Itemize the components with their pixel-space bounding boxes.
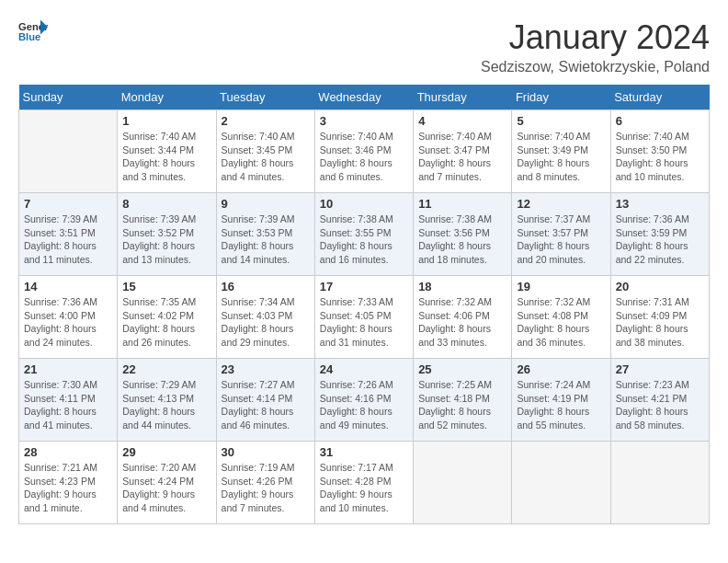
calendar-cell: 23Sunrise: 7:27 AMSunset: 4:14 PMDayligh… [216, 359, 314, 442]
day-number: 5 [517, 114, 605, 128]
calendar-cell: 9Sunrise: 7:39 AMSunset: 3:53 PMDaylight… [216, 193, 314, 276]
calendar-cell [512, 442, 610, 524]
calendar-cell: 30Sunrise: 7:19 AMSunset: 4:26 PMDayligh… [216, 442, 314, 524]
calendar-cell [414, 442, 512, 524]
day-info: Sunrise: 7:30 AMSunset: 4:11 PMDaylight:… [24, 378, 112, 432]
logo-icon: General Blue [18, 18, 48, 48]
calendar-cell [610, 442, 709, 524]
day-info: Sunrise: 7:33 AMSunset: 4:05 PMDaylight:… [320, 295, 408, 350]
day-info: Sunrise: 7:40 AMSunset: 3:45 PMDaylight:… [222, 130, 310, 184]
day-number: 12 [517, 197, 605, 211]
calendar-cell: 21Sunrise: 7:30 AMSunset: 4:11 PMDayligh… [19, 359, 118, 442]
calendar-cell: 10Sunrise: 7:38 AMSunset: 3:55 PMDayligh… [314, 193, 413, 276]
day-info: Sunrise: 7:17 AMSunset: 4:28 PMDaylight:… [320, 461, 408, 515]
calendar-cell: 26Sunrise: 7:24 AMSunset: 4:19 PMDayligh… [512, 359, 610, 442]
day-number: 31 [320, 445, 408, 459]
calendar-cell: 20Sunrise: 7:31 AMSunset: 4:09 PMDayligh… [610, 276, 709, 359]
day-info: Sunrise: 7:36 AMSunset: 4:00 PMDaylight:… [24, 295, 112, 350]
day-number: 27 [616, 362, 704, 376]
calendar-cell: 18Sunrise: 7:32 AMSunset: 4:06 PMDayligh… [414, 276, 512, 359]
calendar-cell: 17Sunrise: 7:33 AMSunset: 4:05 PMDayligh… [314, 276, 413, 359]
day-number: 28 [24, 445, 112, 459]
day-info: Sunrise: 7:29 AMSunset: 4:13 PMDaylight:… [122, 378, 210, 432]
day-number: 25 [418, 362, 506, 376]
calendar-cell: 6Sunrise: 7:40 AMSunset: 3:50 PMDaylight… [610, 110, 709, 193]
weekday-header-monday: Monday [118, 85, 216, 110]
day-info: Sunrise: 7:40 AMSunset: 3:47 PMDaylight:… [418, 130, 506, 184]
calendar-cell: 22Sunrise: 7:29 AMSunset: 4:13 PMDayligh… [118, 359, 216, 442]
day-number: 26 [517, 362, 605, 376]
weekday-header-wednesday: Wednesday [314, 85, 413, 110]
logo: General Blue [18, 18, 48, 48]
weekday-header-tuesday: Tuesday [216, 85, 314, 110]
calendar-cell: 11Sunrise: 7:38 AMSunset: 3:56 PMDayligh… [414, 193, 512, 276]
day-info: Sunrise: 7:25 AMSunset: 4:18 PMDaylight:… [418, 378, 506, 432]
calendar-cell: 13Sunrise: 7:36 AMSunset: 3:59 PMDayligh… [610, 193, 709, 276]
month-title: January 2024 [481, 18, 710, 57]
title-block: January 2024 Sedziszow, Swietokrzyskie, … [481, 18, 710, 75]
weekday-header-saturday: Saturday [610, 85, 709, 110]
day-info: Sunrise: 7:21 AMSunset: 4:23 PMDaylight:… [24, 461, 112, 515]
day-info: Sunrise: 7:32 AMSunset: 4:08 PMDaylight:… [517, 295, 605, 350]
day-number: 15 [122, 280, 210, 293]
weekday-header-thursday: Thursday [414, 85, 512, 110]
day-info: Sunrise: 7:32 AMSunset: 4:06 PMDaylight:… [418, 295, 506, 350]
day-number: 29 [122, 445, 210, 459]
calendar-cell: 24Sunrise: 7:26 AMSunset: 4:16 PMDayligh… [314, 359, 413, 442]
weekday-header-friday: Friday [512, 85, 610, 110]
day-number: 2 [222, 114, 310, 128]
day-info: Sunrise: 7:40 AMSunset: 3:46 PMDaylight:… [320, 130, 408, 184]
day-number: 16 [222, 280, 310, 293]
day-number: 10 [320, 197, 408, 211]
calendar-cell: 31Sunrise: 7:17 AMSunset: 4:28 PMDayligh… [314, 442, 413, 524]
day-info: Sunrise: 7:31 AMSunset: 4:09 PMDaylight:… [616, 295, 704, 350]
day-info: Sunrise: 7:34 AMSunset: 4:03 PMDaylight:… [222, 295, 310, 350]
calendar-week-row: 1Sunrise: 7:40 AMSunset: 3:44 PMDaylight… [19, 110, 710, 193]
weekday-header-sunday: Sunday [19, 85, 118, 110]
day-info: Sunrise: 7:39 AMSunset: 3:53 PMDaylight:… [222, 213, 310, 267]
day-number: 1 [122, 114, 210, 128]
day-number: 17 [320, 280, 408, 293]
day-info: Sunrise: 7:27 AMSunset: 4:14 PMDaylight:… [222, 378, 310, 432]
calendar-cell: 29Sunrise: 7:20 AMSunset: 4:24 PMDayligh… [118, 442, 216, 524]
day-number: 30 [222, 445, 310, 459]
day-number: 14 [24, 280, 112, 293]
calendar-week-row: 14Sunrise: 7:36 AMSunset: 4:00 PMDayligh… [19, 276, 710, 359]
day-info: Sunrise: 7:26 AMSunset: 4:16 PMDaylight:… [320, 378, 408, 432]
day-info: Sunrise: 7:38 AMSunset: 3:55 PMDaylight:… [320, 213, 408, 267]
location: Sedziszow, Swietokrzyskie, Poland [481, 59, 710, 75]
day-number: 13 [616, 197, 704, 211]
day-number: 8 [122, 197, 210, 211]
day-info: Sunrise: 7:37 AMSunset: 3:57 PMDaylight:… [517, 213, 605, 267]
day-number: 21 [24, 362, 112, 376]
calendar-cell: 12Sunrise: 7:37 AMSunset: 3:57 PMDayligh… [512, 193, 610, 276]
calendar-cell: 25Sunrise: 7:25 AMSunset: 4:18 PMDayligh… [414, 359, 512, 442]
calendar-cell: 2Sunrise: 7:40 AMSunset: 3:45 PMDaylight… [216, 110, 314, 193]
weekday-header-row: SundayMondayTuesdayWednesdayThursdayFrid… [19, 85, 710, 110]
calendar-week-row: 7Sunrise: 7:39 AMSunset: 3:51 PMDaylight… [19, 193, 710, 276]
calendar-cell: 19Sunrise: 7:32 AMSunset: 4:08 PMDayligh… [512, 276, 610, 359]
calendar-table: SundayMondayTuesdayWednesdayThursdayFrid… [18, 85, 710, 524]
day-number: 18 [418, 280, 506, 293]
day-number: 3 [320, 114, 408, 128]
day-info: Sunrise: 7:40 AMSunset: 3:50 PMDaylight:… [616, 130, 704, 184]
day-info: Sunrise: 7:36 AMSunset: 3:59 PMDaylight:… [616, 213, 704, 267]
day-number: 7 [24, 197, 112, 211]
calendar-cell: 7Sunrise: 7:39 AMSunset: 3:51 PMDaylight… [19, 193, 118, 276]
day-number: 22 [122, 362, 210, 376]
day-number: 4 [418, 114, 506, 128]
day-info: Sunrise: 7:40 AMSunset: 3:49 PMDaylight:… [517, 130, 605, 184]
day-number: 11 [418, 197, 506, 211]
calendar-cell: 5Sunrise: 7:40 AMSunset: 3:49 PMDaylight… [512, 110, 610, 193]
calendar-week-row: 21Sunrise: 7:30 AMSunset: 4:11 PMDayligh… [19, 359, 710, 442]
day-number: 19 [517, 280, 605, 293]
day-info: Sunrise: 7:39 AMSunset: 3:52 PMDaylight:… [122, 213, 210, 267]
day-number: 20 [616, 280, 704, 293]
calendar-cell: 8Sunrise: 7:39 AMSunset: 3:52 PMDaylight… [118, 193, 216, 276]
calendar-cell [19, 110, 118, 193]
page-header: General Blue January 2024 Sedziszow, Swi… [18, 18, 710, 75]
svg-text:Blue: Blue [18, 31, 40, 42]
day-info: Sunrise: 7:38 AMSunset: 3:56 PMDaylight:… [418, 213, 506, 267]
calendar-cell: 16Sunrise: 7:34 AMSunset: 4:03 PMDayligh… [216, 276, 314, 359]
day-info: Sunrise: 7:20 AMSunset: 4:24 PMDaylight:… [122, 461, 210, 515]
